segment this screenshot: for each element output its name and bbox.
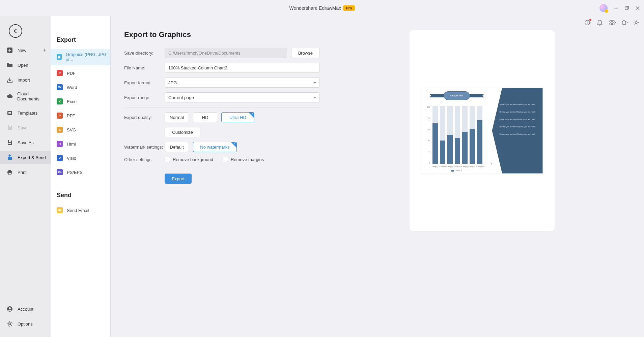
- chart-bars: [431, 106, 491, 164]
- bullet-item: Replace your text here! Replace your tex…: [492, 103, 543, 106]
- fmt-pseps[interactable]: Ps PS/EPS: [51, 166, 110, 178]
- user-avatar[interactable]: [599, 4, 608, 12]
- plus-icon[interactable]: +: [43, 47, 47, 54]
- customize-button[interactable]: Customize: [165, 127, 200, 137]
- wm-default[interactable]: Default: [165, 142, 189, 152]
- visio-icon: V: [57, 155, 63, 161]
- bar: [440, 106, 445, 164]
- svg-point-7: [610, 20, 612, 22]
- svg-rect-19: [8, 170, 11, 171]
- quality-label: Export quality:: [124, 115, 165, 120]
- new-icon: [6, 47, 13, 54]
- menu-templates[interactable]: Templates: [0, 106, 51, 119]
- ribbon: Sample Text: [431, 91, 482, 100]
- menu-label: Options: [18, 321, 33, 327]
- keyboard-icon[interactable]: [609, 20, 615, 26]
- menu-new[interactable]: New +: [0, 44, 51, 57]
- fmt-graphics[interactable]: ▦ Graphics (PNG, JPG et...: [51, 49, 110, 65]
- menu-import[interactable]: Import: [0, 73, 51, 86]
- svg-rect-17: [8, 143, 11, 144]
- folder-icon: [6, 62, 13, 68]
- minimize-button[interactable]: [614, 6, 618, 10]
- gear-icon[interactable]: [633, 20, 639, 26]
- back-button[interactable]: [9, 24, 22, 38]
- ps-icon: Ps: [57, 169, 63, 175]
- pro-badge: Pro: [343, 5, 355, 11]
- bell-icon[interactable]: [597, 20, 603, 26]
- chk-label: Remove margins: [231, 157, 264, 162]
- svg-rect-20: [8, 173, 11, 175]
- bullet-item: Replace your text here! Replace your tex…: [492, 110, 543, 114]
- account-icon: [6, 306, 13, 312]
- send-email[interactable]: ✉ Send Email: [51, 204, 110, 216]
- savedir-label: Save directory:: [124, 51, 165, 56]
- excel-icon: X: [57, 98, 63, 104]
- print-icon: [6, 169, 13, 176]
- export-button[interactable]: Export: [165, 174, 192, 184]
- mail-icon: ✉: [57, 207, 63, 213]
- menu-cloud[interactable]: Cloud Documents: [0, 88, 51, 104]
- fmt-label: SVG: [67, 127, 76, 132]
- bar: [447, 106, 453, 164]
- fmt-label: Graphics (PNG, JPG et...: [66, 52, 107, 62]
- html-icon: H: [57, 141, 63, 147]
- quality-hd[interactable]: HD: [193, 112, 217, 122]
- fmt-pdf[interactable]: P PDF: [51, 67, 110, 79]
- menu-saveas[interactable]: Save As: [0, 136, 51, 149]
- export-sidebar: Export ▦ Graphics (PNG, JPG et... P PDF …: [51, 16, 111, 337]
- menu-label: Open: [18, 63, 28, 68]
- menu-save: Save: [0, 121, 51, 134]
- fmt-ppt[interactable]: P PPT: [51, 110, 110, 122]
- fmt-svg[interactable]: S SVG: [51, 124, 110, 136]
- bullet-item: Replace your text here! Replace your tex…: [492, 125, 543, 128]
- fmt-label: PS/EPS: [67, 170, 83, 175]
- svg-rect-14: [8, 112, 11, 114]
- help-icon[interactable]: ?: [585, 20, 591, 26]
- quality-normal[interactable]: Normal: [165, 112, 189, 122]
- svg-rect-2: [625, 7, 628, 10]
- svg-rect-16: [9, 140, 11, 142]
- divider: [124, 107, 320, 108]
- filename-label: File Name:: [124, 65, 165, 70]
- rm-bg-checkbox[interactable]: Remove background: [165, 157, 213, 162]
- page-heading: Export to Graphics: [124, 30, 320, 39]
- ppt-icon: P: [57, 113, 63, 119]
- savedir-input[interactable]: C:/Users/rimzh/OneDrive/Documents: [165, 48, 287, 58]
- fmt-word[interactable]: W Word: [51, 81, 110, 93]
- fmt-label: Word: [67, 85, 77, 90]
- bar: [432, 106, 438, 164]
- file-sidebar: New + Open Import Cloud Documents Templa…: [0, 16, 51, 337]
- fmt-label: Visio: [67, 156, 76, 161]
- maximize-button[interactable]: [624, 6, 629, 10]
- menu-open[interactable]: Open: [0, 59, 51, 71]
- browse-button[interactable]: Browse: [291, 48, 320, 58]
- menu-print[interactable]: Print: [0, 166, 51, 179]
- chart-title: Sample Text: [444, 91, 470, 100]
- wm-none[interactable]: No watermarks: [193, 142, 237, 152]
- theme-icon[interactable]: [621, 20, 627, 26]
- checkbox-icon: [165, 157, 170, 162]
- fmt-label: PPT: [67, 113, 75, 118]
- fmt-visio[interactable]: V Visio: [51, 152, 110, 164]
- saveas-icon: [6, 139, 13, 146]
- x-axis: Category 1Category 2Category 3Category 4…: [431, 166, 491, 167]
- menu-account[interactable]: Account: [0, 303, 51, 315]
- close-button[interactable]: [635, 6, 640, 10]
- format-select[interactable]: JPG: [165, 78, 320, 88]
- fmt-excel[interactable]: X Excel: [51, 95, 110, 108]
- quality-ultrahd[interactable]: Ultra HD: [221, 112, 254, 122]
- menu-label: Save: [18, 125, 28, 130]
- filename-input[interactable]: 100% Stacked Column Chart3: [165, 63, 320, 73]
- fmt-html[interactable]: H Html: [51, 138, 110, 150]
- rm-mg-checkbox[interactable]: Remove margins: [223, 157, 264, 162]
- y-axis: 100806040200: [425, 106, 430, 164]
- range-select[interactable]: Current page: [165, 92, 320, 102]
- menu-exportsend[interactable]: Export & Send: [0, 151, 51, 164]
- menu-options[interactable]: Options: [0, 317, 51, 330]
- svg-point-22: [9, 307, 11, 309]
- bar: [455, 106, 460, 164]
- menu-label: Print: [18, 170, 27, 175]
- svg-point-10: [612, 23, 614, 25]
- chart-preview: Sample Text 100806040200 Category 1Categ…: [421, 88, 543, 174]
- svg-point-11: [635, 22, 637, 24]
